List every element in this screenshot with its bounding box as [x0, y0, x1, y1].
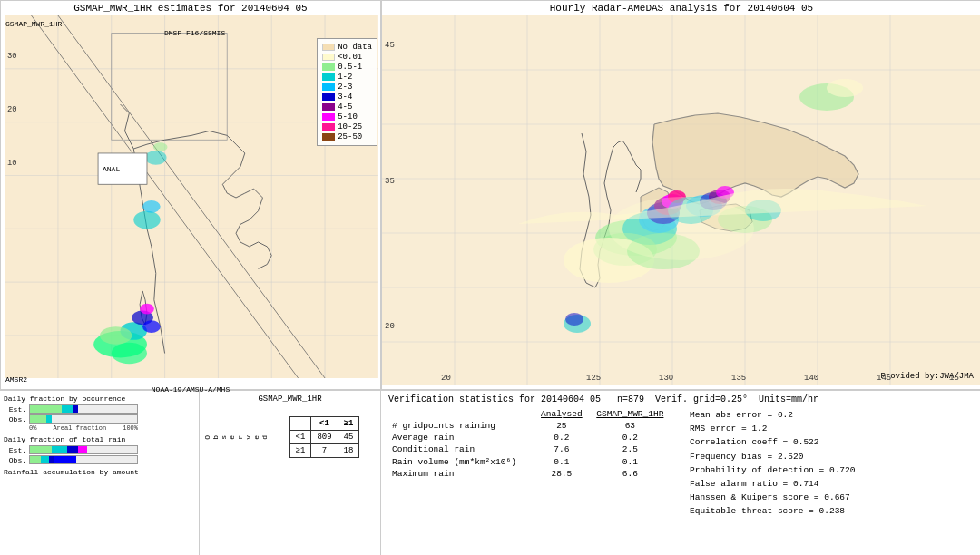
- obs-rain-bar-green: [30, 456, 41, 463]
- col-header-gsmap: GSMAP_MWR_1HR: [589, 408, 671, 420]
- est-rain-bar-blue: [67, 446, 78, 453]
- stats-table-row: Average rain0.20.2: [388, 432, 671, 443]
- stats-table-row: Conditional rain7.62.5: [388, 443, 671, 455]
- right-map-panel: Hourly Radar-AMeDAS analysis for 2014060…: [381, 0, 980, 390]
- left-map-title: GSMAP_MWR_1HR estimates for 20140604 05: [1, 1, 380, 15]
- stats-table-row: # gridpoints raining2563: [388, 420, 671, 432]
- legend-label-25-50: 25-50: [338, 132, 362, 141]
- gsmap-label: GSMAP_MWR_1HR: [5, 20, 62, 28]
- svg-point-75: [827, 79, 863, 97]
- bottom-row: Daily fraction by occurrence Est. Obs.: [0, 390, 980, 555]
- stats-row-val1: 7.6: [534, 443, 589, 455]
- top-row: GSMAP_MWR_1HR estimates for 20140604 05: [0, 0, 980, 390]
- stats-left-table: Analysed GSMAP_MWR_1HR # gridpoints rain…: [388, 408, 671, 519]
- stats-right-item: RMS error = 1.2: [690, 422, 973, 435]
- est-label-occurrence: Est.: [4, 405, 26, 414]
- occurrence-chart: Est. Obs. 0% Areal fracti: [4, 404, 195, 432]
- legend-item-lt001: <0.01: [322, 53, 372, 62]
- right-map-title: Hourly Radar-AMeDAS analysis for 2014060…: [382, 1, 980, 15]
- svg-point-26: [133, 211, 160, 229]
- svg-text:20: 20: [7, 105, 17, 114]
- stats-right-item: Correlation coeff = 0.522: [690, 435, 973, 449]
- est-occurrence-bar-blue: [73, 405, 78, 413]
- stats-main-title: Verification statistics for 20140604 05 …: [388, 394, 973, 404]
- legend-item-1-2: 1-2: [322, 73, 372, 82]
- right-map-svg: 45 35 20 20 125 130 135 140 145 15: [382, 15, 980, 385]
- legend-label-5-10: 5-10: [338, 112, 358, 122]
- stats-right-item: Frequency bias = 2.520: [690, 450, 973, 463]
- left-map-panel: GSMAP_MWR_1HR estimates for 20140604 05: [0, 0, 381, 390]
- col-header-label: [388, 408, 534, 420]
- legend-item-4-5: 4-5: [322, 102, 372, 112]
- contingency-title: GSMAP_MWR_1HR: [203, 394, 377, 404]
- stats-right-item: Mean abs error = 0.2: [690, 408, 973, 422]
- legend-label-lt001: <0.01: [338, 53, 362, 62]
- obs-rain-bar-darkblue: [54, 456, 76, 463]
- stats-right-item: False alarm ratio = 0.714: [690, 477, 973, 491]
- stats-row-label: Conditional rain: [388, 443, 534, 455]
- legend-color-3-4: [322, 93, 335, 101]
- svg-text:125: 125: [586, 374, 601, 383]
- stats-table-row: Rain volume (mm*km²x10⁶)0.10.1: [388, 455, 671, 468]
- svg-text:135: 135: [731, 374, 746, 383]
- legend-color-25-50: [322, 133, 335, 141]
- cell-lt1-ge1: 45: [338, 431, 359, 444]
- obs-label-rain: Obs.: [4, 456, 26, 464]
- total-rain-chart: Est. Obs.: [4, 445, 195, 464]
- stats-row-val1: 0.1: [534, 455, 589, 468]
- obs-rain-bar-cyan: [41, 456, 49, 463]
- total-rain-chart-title: Daily fraction of total rain: [4, 435, 195, 443]
- svg-point-22: [140, 304, 154, 315]
- stats-row-val2: 63: [589, 420, 671, 432]
- est-occurrence-bar-green: [30, 405, 62, 413]
- stats-row-val1: 28.5: [534, 468, 589, 480]
- svg-point-24: [112, 343, 147, 365]
- svg-text:45: 45: [385, 41, 395, 50]
- svg-text:130: 130: [659, 374, 673, 383]
- rainfall-chart-title: Rainfall accumulation by amount: [4, 468, 195, 476]
- legend-color-4-5: [322, 103, 335, 111]
- legend-color-nodata: [322, 44, 335, 51]
- legend-item-nodata: No data: [322, 43, 372, 52]
- est-label-rain: Est.: [4, 446, 26, 454]
- svg-text:35: 35: [385, 177, 395, 186]
- stats-subtitle-text: n=879 Verif. grid=0.25° Units=mm/hr: [617, 394, 818, 404]
- header-ge1: ≥1: [338, 417, 359, 431]
- cell-ge1-lt1: 7: [311, 444, 338, 458]
- main-container: GSMAP_MWR_1HR estimates for 20140604 05: [0, 0, 980, 555]
- verification-stats-panel: Verification statistics for 20140604 05 …: [381, 391, 980, 555]
- est-occurrence-bar-container: [29, 404, 138, 414]
- dmsp-label: DMSP-F16/SSMIS: [164, 29, 225, 37]
- stats-right-item: Equitable threat score = 0.238: [690, 504, 973, 518]
- svg-point-73: [565, 313, 583, 326]
- obs-label-occurrence: Obs.: [4, 415, 26, 424]
- contingency-panel: GSMAP_MWR_1HR Observed <1 ≥1 <1 8: [200, 391, 381, 555]
- legend-label-05-1: 0.5-1: [338, 63, 362, 72]
- occurrence-axis-labels: 0% Areal fraction 100%: [29, 424, 138, 432]
- legend-label-1-2: 1-2: [338, 73, 352, 82]
- axis-100: 100%: [122, 424, 138, 432]
- stats-row-label: Maximum rain: [388, 468, 534, 480]
- stats-grid: Analysed GSMAP_MWR_1HR # gridpoints rain…: [388, 408, 973, 519]
- stats-row-val2: 0.1: [589, 455, 671, 468]
- stats-data-table: Analysed GSMAP_MWR_1HR # gridpoints rain…: [388, 408, 671, 480]
- provided-label: Provided by:JWA/JMA: [880, 372, 974, 381]
- obs-rain-bar-container: [29, 455, 138, 464]
- legend-box: No data <0.01 0.5-1 1-2: [317, 38, 377, 146]
- est-occurrence-bar-cyan: [62, 405, 73, 413]
- legend-item-5-10: 5-10: [322, 112, 372, 122]
- stats-row-val2: 6.6: [589, 468, 671, 480]
- stats-row-val1: 25: [534, 420, 589, 432]
- est-rain-bar-magenta: [78, 446, 86, 453]
- svg-text:30: 30: [7, 52, 17, 61]
- contingency-row-lt1: <1 809 45: [289, 431, 359, 444]
- svg-text:20: 20: [385, 322, 395, 331]
- svg-point-29: [153, 142, 168, 151]
- axis-mid: Areal fraction: [53, 424, 106, 432]
- est-rain-bar-cyan: [52, 446, 68, 453]
- legend-color-10-25: [322, 123, 335, 131]
- legend-color-lt001: [322, 54, 335, 61]
- stats-row-label: Rain volume (mm*km²x10⁶): [388, 455, 534, 468]
- svg-text:10: 10: [7, 159, 17, 168]
- observed-axis-label: Observed: [203, 435, 269, 440]
